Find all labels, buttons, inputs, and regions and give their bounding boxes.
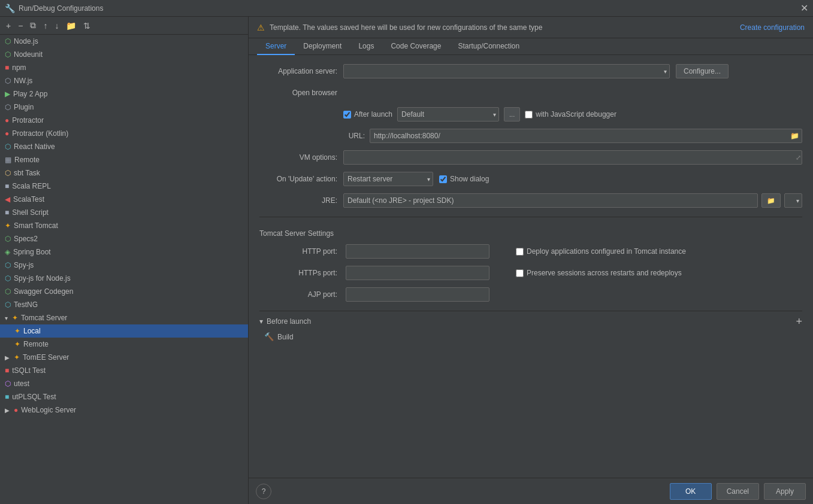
npm-icon: ■ [5,63,9,72]
tab-code-coverage[interactable]: Code Coverage [382,38,449,55]
sidebar-item-scala-repl[interactable]: ■ Scala REPL [0,180,248,193]
close-button[interactable]: ✕ [800,2,808,14]
deploy-checkbox-wrap[interactable]: Deploy applications configured in Tomcat… [516,247,686,256]
spy-js-icon: ⬡ [5,261,11,269]
preserve-checkbox[interactable] [516,269,524,277]
https-port-input[interactable] [346,266,489,280]
vm-input-wrap: ⤢ [343,150,802,165]
move-up-button[interactable]: ↑ [41,20,50,32]
sort-button[interactable]: ⇅ [81,20,93,32]
template-bar-left: ⚠ Template. The values saved here will b… [257,23,542,32]
ajp-port-row: AJP port: [259,287,802,302]
sidebar-item-label: Remote [23,340,49,348]
sidebar-item-tomcat-local[interactable]: ✦ Local [0,324,248,338]
sidebar-item-spy-js-node[interactable]: ⬡ Spy-js for Node.js [0,272,248,285]
ajp-port-label: AJP port: [259,290,337,299]
tab-deployment[interactable]: Deployment [295,38,350,55]
tomee-server-chevron: ▶ [5,354,10,361]
title-bar: 🔧 Run/Debug Configurations ✕ [0,0,813,17]
sidebar-item-plugin[interactable]: ⬡ Plugin [0,101,248,114]
https-port-row: HTTPs port: Preserve sessions across res… [259,265,802,281]
ajp-port-input[interactable] [346,287,489,302]
sidebar-item-tsqlt-test[interactable]: ■ tSQLt Test [0,364,248,377]
sidebar-item-weblogic[interactable]: ▶ ● WebLogic Server [0,403,248,417]
sidebar-item-sbt-task[interactable]: ⬡ sbt Task [0,166,248,180]
sidebar-item-scalatest[interactable]: ◀ ScalaTest [0,193,248,206]
http-port-input[interactable] [346,244,489,259]
sidebar-item-npm[interactable]: ■ npm [0,61,248,74]
after-launch-checkbox-wrap[interactable]: After launch [343,110,392,119]
tab-server[interactable]: Server [257,38,295,55]
warning-icon: ⚠ [257,23,265,32]
sidebar-item-swagger-codegen[interactable]: ⬡ Swagger Codegen [0,285,248,298]
sidebar-item-remote[interactable]: ▦ Remote [0,153,248,166]
sidebar-item-label: Shell Script [12,208,49,217]
folder-button[interactable]: 📁 [64,20,78,32]
after-launch-checkbox[interactable] [343,111,351,119]
sidebar-item-label: tSQLt Test [12,366,46,375]
sidebar-item-label: Remote [14,156,40,164]
sidebar-item-play2app[interactable]: ▶ Play 2 App [0,87,248,101]
sidebar-item-specs2[interactable]: ⬡ Specs2 [0,232,248,245]
with-debugger-checkbox[interactable] [525,111,533,119]
tab-logs[interactable]: Logs [350,38,382,55]
sidebar-item-shell-script[interactable]: ■ Shell Script [0,206,248,219]
sidebar-item-utplsql[interactable]: ■ utPLSQL Test [0,390,248,403]
cancel-button[interactable]: Cancel [717,483,759,500]
sidebar-item-spring-boot[interactable]: ◈ Spring Boot [0,245,248,259]
vm-options-input[interactable] [343,150,802,165]
add-button[interactable]: + [4,20,13,32]
url-browse-button[interactable]: 📁 [788,132,801,140]
on-update-select[interactable]: Restart server Update classes and resour… [343,172,433,186]
play2app-icon: ▶ [5,90,10,98]
sidebar-item-protractor-kotlin[interactable]: ● Protractor (Kotlin) [0,127,248,140]
after-launch-row: After launch Default Chrome Firefox ... … [259,107,802,122]
show-dialog-checkbox-wrap[interactable]: Show dialog [439,175,489,183]
preserve-checkbox-wrap[interactable]: Preserve sessions across restarts and re… [516,269,682,277]
sidebar-item-label: Protractor (Kotlin) [12,129,68,138]
sidebar-item-nodejs[interactable]: ⬡ Node.js [0,35,248,48]
move-down-button[interactable]: ↓ [52,20,61,32]
show-dialog-label: Show dialog [450,175,489,183]
sidebar-item-tomcat-remote[interactable]: ✦ Remote [0,338,248,351]
spy-js-node-icon: ⬡ [5,274,11,283]
create-configuration-link[interactable]: Create configuration [740,23,805,32]
build-label: Build [277,333,294,341]
app-server-select[interactable] [343,64,670,78]
show-dialog-checkbox[interactable] [439,175,447,183]
sidebar-item-label: Play 2 App [13,90,47,98]
browser-select[interactable]: Default Chrome Firefox [397,107,499,122]
ok-button[interactable]: OK [670,483,712,500]
sidebar-item-nodeunit[interactable]: ⬡ Nodeunit [0,48,248,61]
sidebar-item-testng[interactable]: ⬡ TestNG [0,298,248,311]
tab-startup-connection[interactable]: Startup/Connection [449,38,528,55]
sidebar-item-protractor[interactable]: ● Protractor [0,114,248,127]
with-debugger-checkbox-wrap[interactable]: with JavaScript debugger [525,110,616,119]
sidebar-item-spy-js[interactable]: ⬡ Spy-js [0,259,248,272]
copy-button[interactable]: ⧉ [28,19,38,32]
on-update-row: On 'Update' action: Restart server Updat… [259,171,802,187]
sidebar-item-tomcat-server[interactable]: ▾ ✦ Tomcat Server [0,311,248,324]
before-launch-add-button[interactable]: + [796,316,802,327]
sidebar-item-label: NW.js [14,77,32,85]
sidebar-item-react-native[interactable]: ⬡ React Native [0,140,248,153]
apply-button[interactable]: Apply [764,483,806,500]
remove-button[interactable]: − [16,20,25,32]
jre-dropdown[interactable] [784,193,802,208]
tomcat-server-chevron: ▾ [5,315,8,321]
title-bar-left: 🔧 Run/Debug Configurations [5,4,103,13]
sidebar-item-tomee-server[interactable]: ▶ ✦ TomEE Server [0,351,248,364]
shell-script-icon: ■ [5,208,9,217]
sidebar-item-utest[interactable]: ⬡ utest [0,377,248,390]
sidebar-item-smart-tomcat[interactable]: ✦ Smart Tomcat [0,219,248,232]
jre-input[interactable] [343,193,758,208]
vm-options-label: VM options: [259,153,337,162]
help-button[interactable]: ? [256,484,271,499]
browser-more-button[interactable]: ... [504,107,520,122]
deploy-checkbox[interactable] [516,248,524,256]
sidebar-item-nwjs[interactable]: ⬡ NW.js [0,74,248,87]
url-input[interactable] [370,129,802,143]
configure-button[interactable]: Configure... [676,64,729,78]
jre-browse-button[interactable]: 📁 [761,193,781,208]
before-launch-header[interactable]: ▾ Before launch + [259,316,802,327]
